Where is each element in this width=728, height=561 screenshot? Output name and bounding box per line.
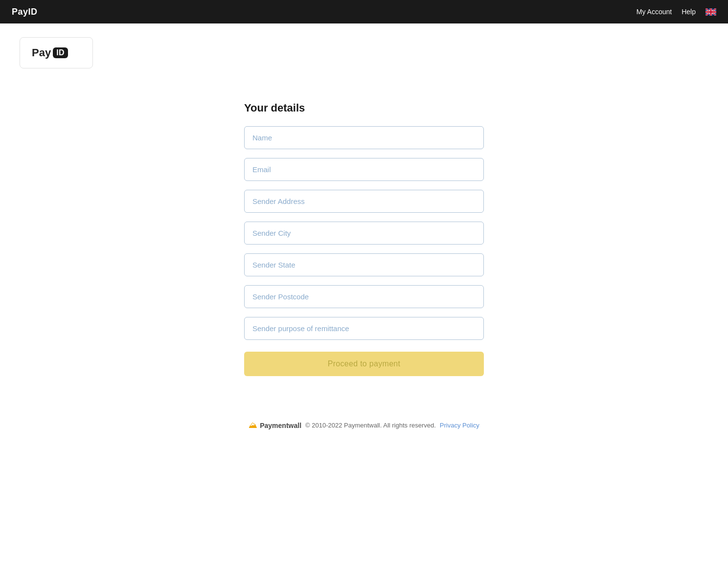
paymentwall-logo-icon: ⛰ — [249, 420, 257, 430]
logo-id-badge: ID — [53, 47, 68, 58]
name-input[interactable] — [244, 126, 484, 149]
sender-purpose-field-wrapper — [244, 317, 484, 340]
sender-city-field-wrapper — [244, 222, 484, 245]
privacy-policy-link[interactable]: Privacy Policy — [440, 422, 479, 429]
navbar: PayID My Account Help — [0, 0, 728, 23]
my-account-link[interactable]: My Account — [637, 8, 672, 16]
sender-address-field-wrapper — [244, 190, 484, 213]
form-container: Your details Proceed to payment — [244, 102, 484, 376]
footer: ⛰ Paymentwall © 2010-2022 Paymentwall. A… — [0, 405, 728, 440]
sender-address-input[interactable] — [244, 190, 484, 213]
sender-city-input[interactable] — [244, 222, 484, 245]
proceed-to-payment-button[interactable]: Proceed to payment — [244, 352, 484, 376]
footer-logo: ⛰ Paymentwall — [249, 420, 301, 430]
footer-brand: Paymentwall — [260, 422, 301, 429]
logo-section: Pay ID — [0, 23, 728, 82]
sender-state-field-wrapper — [244, 253, 484, 276]
sender-state-input[interactable] — [244, 253, 484, 276]
main-content: Your details Proceed to payment — [0, 82, 728, 405]
sender-postcode-field-wrapper — [244, 285, 484, 308]
email-field-wrapper — [244, 158, 484, 181]
email-input[interactable] — [244, 158, 484, 181]
form-title: Your details — [244, 102, 484, 114]
language-flag-icon[interactable] — [705, 7, 716, 16]
sender-postcode-input[interactable] — [244, 285, 484, 308]
sender-purpose-input[interactable] — [244, 317, 484, 340]
help-link[interactable]: Help — [682, 8, 696, 16]
footer-copyright: © 2010-2022 Paymentwall. All rights rese… — [305, 422, 436, 429]
navbar-brand[interactable]: PayID — [12, 7, 38, 17]
logo-pay-text: Pay — [32, 46, 51, 59]
name-field-wrapper — [244, 126, 484, 149]
logo-card: Pay ID — [20, 37, 93, 68]
navbar-links: My Account Help — [637, 7, 716, 16]
